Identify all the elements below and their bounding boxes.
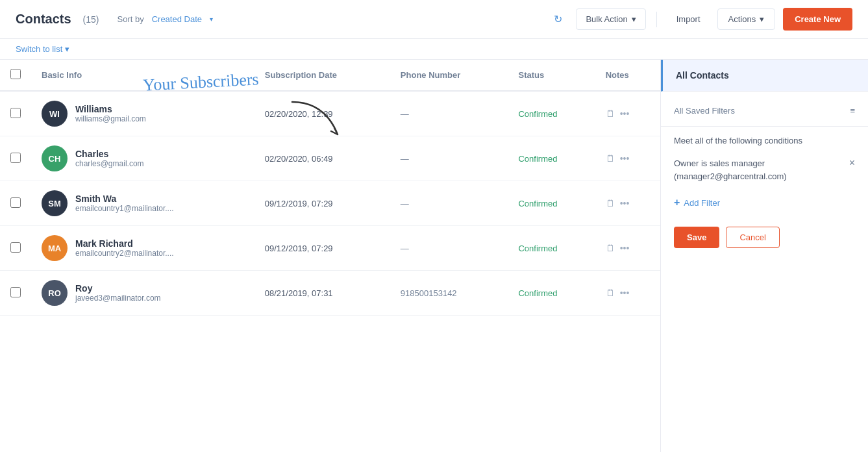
- status-cell-2: Confirmed: [508, 181, 595, 226]
- basic-info-header: Basic Info: [31, 60, 254, 91]
- table-row: CH Charles charles@gmail.com 02/20/2020,…: [0, 136, 660, 181]
- switch-chevron-icon: ▾: [65, 44, 69, 54]
- add-filter-button[interactable]: + Add Filter: [661, 189, 868, 216]
- basic-info-cell-0: WI Williams williams@gmail.com: [31, 91, 254, 136]
- row-checkbox-0[interactable]: [10, 108, 21, 118]
- filter-row: Owner is sales manager(manager2@gharcent…: [661, 151, 868, 189]
- phone-cell-0: —: [390, 91, 508, 136]
- subscription-date-cell-4: 08/21/2019, 07:31: [254, 271, 390, 316]
- all-contacts-section[interactable]: All Contacts: [661, 60, 868, 92]
- sort-value[interactable]: Created Date: [152, 14, 202, 24]
- contact-name-0[interactable]: Williams: [75, 104, 146, 114]
- subscription-date-header: Subscription Date: [254, 60, 390, 91]
- save-filter-button[interactable]: Save: [674, 227, 719, 248]
- conditions-label: Meet all of the following conditions: [661, 127, 868, 151]
- avatar-0: WI: [42, 101, 68, 127]
- status-badge-4: Confirmed: [518, 288, 557, 298]
- note-icon-0: 🗒: [606, 108, 615, 119]
- contact-name-3[interactable]: Mark Richard: [75, 238, 174, 249]
- switch-to-list-button[interactable]: Switch to list ▾: [16, 44, 69, 54]
- actions-chevron-icon: ▾: [760, 14, 764, 24]
- contact-email-2: emailcountry1@mailinator....: [75, 204, 174, 213]
- avatar-2: SM: [42, 190, 68, 216]
- note-icon-3: 🗒: [606, 243, 615, 253]
- contact-email-0: williams@gmail.com: [75, 114, 146, 123]
- basic-info-cell-1: CH Charles charles@gmail.com: [31, 136, 254, 181]
- status-cell-4: Confirmed: [508, 271, 595, 316]
- subscription-date-cell-0: 02/20/2020, 12:39: [254, 91, 390, 136]
- basic-info-cell-3: MA Mark Richard emailcountry2@mailinator…: [31, 226, 254, 271]
- bulk-action-button[interactable]: Bulk Action ▾: [576, 8, 645, 30]
- saved-filters-section[interactable]: All Saved Filters ≡: [661, 92, 868, 127]
- row-checkbox-3[interactable]: [10, 242, 21, 253]
- row-checkbox-cell-2[interactable]: [0, 181, 31, 226]
- avatar-3: MA: [42, 235, 68, 261]
- page-title: Contacts: [16, 12, 71, 27]
- row-checkbox-2[interactable]: [10, 197, 21, 208]
- row-checkbox-cell-4[interactable]: [0, 271, 31, 316]
- contact-name-2[interactable]: Smith Wa: [75, 194, 174, 204]
- more-options-button-1[interactable]: •••: [620, 153, 630, 164]
- subscription-date-cell-3: 09/12/2019, 07:29: [254, 226, 390, 271]
- select-all-header[interactable]: [0, 60, 31, 91]
- note-icon-4: 🗒: [606, 288, 615, 298]
- notes-cell-1: 🗒 •••: [595, 136, 660, 181]
- notes-cell-0: 🗒 •••: [595, 91, 660, 136]
- bulk-action-label: Bulk Action: [586, 14, 627, 24]
- basic-info-cell-2: SM Smith Wa emailcountry1@mailinator....: [31, 181, 254, 226]
- subscription-date-cell-2: 09/12/2019, 07:29: [254, 181, 390, 226]
- panel-actions: Save Cancel: [661, 216, 868, 258]
- row-checkbox-cell-3[interactable]: [0, 226, 31, 271]
- status-cell-1: Confirmed: [508, 136, 595, 181]
- bulk-action-chevron-icon: ▾: [632, 14, 636, 24]
- cancel-filter-button[interactable]: Cancel: [726, 227, 779, 248]
- row-checkbox-cell-1[interactable]: [0, 136, 31, 181]
- phone-cell-2: —: [390, 181, 508, 226]
- table-row: RO Roy javeed3@mailinator.com 08/21/2019…: [0, 271, 660, 316]
- divider: [656, 12, 657, 27]
- contact-email-4: javeed3@mailinator.com: [75, 294, 161, 303]
- refresh-button[interactable]: ↻: [547, 9, 568, 30]
- phone-cell-3: —: [390, 226, 508, 271]
- saved-filters-label: All Saved Filters: [674, 106, 735, 116]
- contacts-table: Basic Info Subscription Date Phone Numbe…: [0, 60, 660, 316]
- contact-email-3: emailcountry2@mailinator....: [75, 249, 174, 258]
- plus-icon: +: [674, 197, 680, 208]
- status-badge-3: Confirmed: [518, 244, 557, 253]
- contact-name-4[interactable]: Roy: [75, 283, 161, 294]
- phone-cell-1: —: [390, 136, 508, 181]
- more-options-button-0[interactable]: •••: [620, 108, 630, 119]
- right-filter-panel: All Contacts All Saved Filters ≡ Meet al…: [660, 60, 868, 452]
- create-new-button[interactable]: Create New: [783, 8, 852, 31]
- sort-chevron-icon[interactable]: ▾: [210, 16, 213, 23]
- status-cell-3: Confirmed: [508, 226, 595, 271]
- status-badge-2: Confirmed: [518, 199, 557, 208]
- contact-email-1: charles@gmail.com: [75, 159, 144, 168]
- close-filter-button[interactable]: ×: [849, 157, 855, 169]
- import-button[interactable]: Import: [667, 9, 710, 29]
- note-icon-2: 🗒: [606, 198, 615, 208]
- contact-name-1[interactable]: Charles: [75, 149, 144, 159]
- basic-info-cell-4: RO Roy javeed3@mailinator.com: [31, 271, 254, 316]
- switch-list-label: Switch to list: [16, 44, 62, 54]
- phone-cell-4: 918500153142: [390, 271, 508, 316]
- notes-cell-4: 🗒 •••: [595, 271, 660, 316]
- table-row: SM Smith Wa emailcountry1@mailinator....…: [0, 181, 660, 226]
- row-checkbox-1[interactable]: [10, 153, 21, 163]
- actions-button[interactable]: Actions ▾: [717, 8, 776, 30]
- contacts-count: (15): [83, 14, 99, 25]
- all-contacts-label: All Contacts: [676, 70, 855, 81]
- row-checkbox-cell-0[interactable]: [0, 91, 31, 136]
- row-checkbox-4[interactable]: [10, 287, 21, 297]
- subscription-date-cell-1: 02/20/2020, 06:49: [254, 136, 390, 181]
- filter-condition-text: Owner is sales manager(manager2@gharcent…: [674, 157, 787, 182]
- table-row: WI Williams williams@gmail.com 02/20/202…: [0, 91, 660, 136]
- more-options-button-3[interactable]: •••: [620, 243, 630, 253]
- contacts-table-area: Your Subscribers Basic Info Subscription…: [0, 60, 660, 452]
- more-options-button-4[interactable]: •••: [620, 288, 630, 298]
- phone-number-header: Phone Number: [390, 60, 508, 91]
- select-all-checkbox[interactable]: [10, 69, 21, 79]
- sort-label: Sort by: [117, 14, 143, 24]
- table-row: MA Mark Richard emailcountry2@mailinator…: [0, 226, 660, 271]
- more-options-button-2[interactable]: •••: [620, 198, 630, 208]
